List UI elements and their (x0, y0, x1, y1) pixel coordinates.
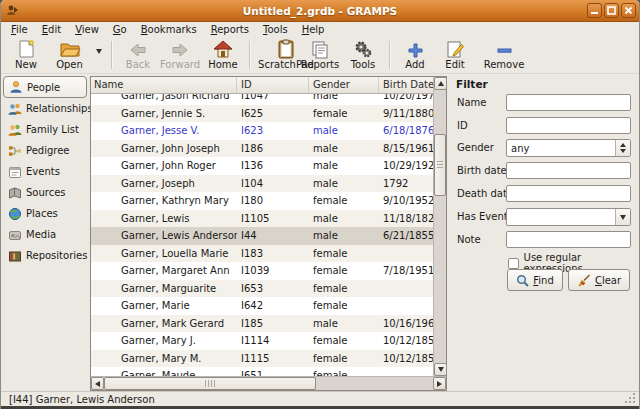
vertical-scrollbar[interactable] (433, 77, 446, 376)
filter-id-input[interactable] (506, 117, 631, 134)
open-folder-icon (59, 39, 81, 59)
dropdown-arrow-icon[interactable] (615, 209, 630, 225)
find-button[interactable]: Find (507, 269, 563, 291)
scroll-down-button[interactable] (434, 363, 447, 376)
table-row[interactable]: Garner, Mary J.I1114female10/12/1851 (91, 332, 433, 350)
toolbar-separator (389, 41, 391, 69)
minimize-button[interactable] (587, 3, 602, 18)
horizontal-scrollbar-thumb[interactable] (104, 377, 316, 390)
open-dropdown-arrow[interactable] (96, 49, 102, 54)
table-row[interactable]: Garner, MarieI642female (91, 297, 433, 315)
menu-go[interactable]: Go (106, 23, 134, 36)
table-row[interactable]: Garner, Mary M.I1115female10/12/1851 (91, 350, 433, 368)
sidebar-item-media[interactable]: Media (3, 224, 87, 245)
scroll-left-button[interactable] (91, 377, 104, 390)
sidebar-item-repositories[interactable]: Repositories (3, 245, 87, 266)
table-row[interactable]: Garner, MaudeI651female (91, 367, 433, 376)
table-row[interactable]: Garner, JosephI104male1792 (91, 175, 433, 193)
home-button[interactable]: Home (201, 38, 245, 72)
close-button[interactable] (621, 3, 636, 18)
table-row[interactable]: Garner, Jason RichardI1047male10/20/1975 (91, 94, 433, 105)
table-row[interactable]: Garner, John RogerI136male10/29/1925 (91, 157, 433, 175)
table-cell-id: I1039 (237, 262, 309, 280)
clear-button[interactable]: Clear (568, 269, 630, 291)
menu-edit[interactable]: Edit (35, 23, 68, 36)
table-cell-name: Garner, Margaret Ann (91, 262, 237, 280)
table-cell-id: I653 (237, 280, 309, 298)
add-button[interactable]: Add (395, 38, 435, 72)
scroll-right-button[interactable] (433, 377, 446, 390)
table-row[interactable]: Garner, Margaret AnnI1039female7/18/1951 (91, 262, 433, 280)
sidebar-item-sources[interactable]: Sources (3, 182, 87, 203)
filter-has-event-combobox[interactable] (506, 208, 631, 226)
sidebar-item-people[interactable]: People (3, 76, 87, 98)
table-cell-gender: male (309, 210, 379, 228)
menu-reports[interactable]: Reports (204, 23, 256, 36)
table-cell-name: Garner, Jason Richard (91, 94, 237, 105)
menu-help[interactable]: Help (295, 23, 332, 36)
menu-file[interactable]: File (4, 23, 35, 36)
tools-button[interactable]: Tools (343, 38, 383, 72)
table-cell-name: Garner, Joseph (91, 175, 237, 193)
sidebar-item-relationships[interactable]: Relationships (3, 98, 87, 119)
table-row[interactable]: Garner, Louella MarieI183female (91, 245, 433, 263)
column-header-id[interactable]: ID (237, 77, 309, 93)
back-button[interactable]: Back (117, 38, 159, 72)
new-button[interactable]: New (6, 38, 46, 72)
table-cell-id: I44 (237, 227, 309, 245)
table-row[interactable]: Garner, Jennie S.I625female9/11/1880 (91, 105, 433, 123)
sidebar-item-family-list[interactable]: Family List (3, 119, 87, 140)
filter-death-date-input[interactable] (506, 185, 631, 202)
menu-tools[interactable]: Tools (256, 23, 295, 36)
menu-bookmarks[interactable]: Bookmarks (134, 23, 204, 36)
arrow-left-icon (95, 381, 100, 387)
titlebar[interactable]: Untitled_2.grdb - GRAMPS (1, 0, 639, 22)
horizontal-scrollbar[interactable] (91, 376, 446, 390)
table-header: Name ID Gender Birth Date (91, 77, 433, 94)
clear-button-label: Clear (595, 275, 621, 286)
sidebar-item-events[interactable]: Events (3, 161, 87, 182)
table-row[interactable]: Garner, Kathryn MaryI180female9/10/1952 (91, 192, 433, 210)
toolbar-separator (111, 41, 113, 69)
table-row[interactable]: Garner, Lewis AndersonI44male6/21/1855 (91, 227, 433, 245)
resize-grip[interactable] (624, 392, 636, 404)
table-cell-name: Garner, Marie (91, 297, 237, 315)
vertical-scrollbar-thumb[interactable] (434, 134, 446, 196)
table-cell-gender: male (309, 94, 379, 105)
table-cell-name: Garner, Mark Gerard (91, 315, 237, 333)
column-header-birth-date[interactable]: Birth Date (379, 77, 433, 93)
sidebar-item-places[interactable]: Places (3, 203, 87, 224)
table-cell-id: I183 (237, 245, 309, 263)
find-button-label: Find (533, 275, 554, 286)
add-plus-icon (407, 42, 424, 59)
table-row[interactable]: Garner, LewisI1105male11/18/1823 (91, 210, 433, 228)
sidebar: People Relationships Family List Pedig (3, 76, 87, 266)
table-row[interactable]: Garner, Jesse V.I623male6/18/1876 (91, 122, 433, 140)
filter-gender-combobox[interactable]: any (506, 139, 631, 157)
menu-view[interactable]: View (68, 23, 106, 36)
table-row[interactable]: Garner, MarguariteI653female (91, 280, 433, 298)
use-regex-checkbox[interactable] (508, 258, 519, 269)
arrow-right-icon (437, 381, 442, 387)
table-cell-birth (379, 297, 433, 315)
reports-documents-icon (310, 40, 330, 59)
table-row[interactable]: Garner, Mark GerardI185male10/16/1962 (91, 315, 433, 333)
forward-button[interactable]: Forward (159, 38, 201, 72)
filter-id-label: ID (457, 117, 468, 134)
column-header-gender[interactable]: Gender (309, 77, 379, 93)
table-cell-gender: female (309, 262, 379, 280)
remove-button[interactable]: Remove (479, 38, 529, 72)
table-cell-gender: female (309, 297, 379, 315)
reports-button[interactable]: Reports (297, 38, 343, 72)
open-button[interactable]: Open (47, 38, 92, 72)
spinner-arrows-icon[interactable] (615, 140, 630, 156)
maximize-button[interactable] (604, 3, 619, 18)
filter-name-input[interactable] (506, 94, 631, 111)
edit-button[interactable]: Edit (437, 38, 473, 72)
sidebar-item-pedigree[interactable]: Pedigree (3, 140, 87, 161)
table-row[interactable]: Garner, John JosephI186male8/15/1961 (91, 140, 433, 158)
column-header-name[interactable]: Name (91, 77, 237, 93)
scroll-up-button[interactable] (434, 77, 447, 90)
filter-note-input[interactable] (506, 231, 631, 248)
filter-birth-date-input[interactable] (506, 162, 631, 179)
